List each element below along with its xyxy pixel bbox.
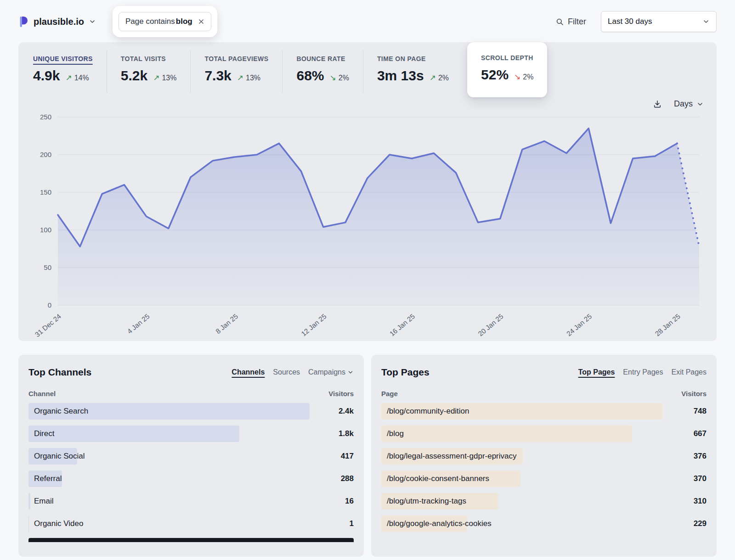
tab-sources[interactable]: Sources — [273, 368, 300, 376]
list-item[interactable]: Direct 1.8k — [28, 426, 354, 442]
svg-text:31 Dec 24: 31 Dec 24 — [34, 312, 62, 337]
metric-value: 68% — [296, 68, 324, 84]
metric-change-percent: 13% — [162, 74, 176, 82]
metric-change-percent: 14% — [74, 74, 89, 82]
metric-value: 5.2k — [121, 68, 147, 84]
svg-text:20 Jan 25: 20 Jan 25 — [476, 312, 504, 337]
trend-arrow-icon: ↗ — [237, 73, 243, 83]
partially-visible-row — [381, 538, 457, 542]
metric-change: ↗ 14% — [65, 73, 89, 83]
row-value: 667 — [694, 429, 707, 438]
main-graph-panel: UNIQUE VISITORS 4.9k ↗ 14% TOTAL VISITS … — [18, 42, 717, 341]
tab-channels[interactable]: Channels — [232, 368, 265, 376]
row-value: 288 — [341, 474, 354, 483]
row-label: /blog — [381, 429, 404, 438]
metric-label: BOUNCE RATE — [296, 55, 349, 62]
list-item[interactable]: Organic Social 417 — [28, 448, 354, 465]
row-value: 1.8k — [339, 429, 354, 438]
row-label: /blog/community-edition — [381, 407, 469, 416]
top-pages-panel: Top Pages Top PagesEntry PagesExit Pages… — [371, 355, 717, 557]
site-switcher[interactable]: plausible.io — [18, 16, 96, 28]
interval-select[interactable]: Days — [674, 99, 704, 109]
list-item[interactable]: /blog/cookie-consent-banners 370 — [381, 470, 707, 487]
metric-bounce-rate[interactable]: BOUNCE RATE 68% ↘ 2% — [282, 50, 362, 93]
bottom-panels: Top Channels ChannelsSourcesCampaigns Ch… — [18, 355, 717, 557]
partially-visible-row — [28, 538, 354, 542]
metric-unique-visitors[interactable]: UNIQUE VISITORS 4.9k ↗ 14% — [28, 50, 107, 93]
list-item[interactable]: /blog/google-analytics-cookies 229 — [381, 515, 707, 532]
row-value: 2.4k — [339, 407, 354, 416]
pages-tabs: Top PagesEntry PagesExit Pages — [578, 368, 707, 376]
metric-time-on-page[interactable]: TIME ON PAGE 3m 13s ↗ 2% — [363, 50, 463, 93]
row-label: /blog/utm-tracking-tags — [381, 497, 466, 506]
metric-change: ↗ 13% — [153, 73, 176, 83]
metric-change: ↗ 13% — [237, 73, 260, 83]
svg-text:250: 250 — [40, 113, 51, 121]
metric-value: 52% — [481, 67, 509, 83]
chart-controls: Days — [28, 99, 707, 109]
list-item[interactable]: Referral 288 — [28, 470, 354, 487]
remove-filter-icon[interactable] — [198, 18, 204, 25]
trend-arrow-icon: ↗ — [65, 73, 72, 83]
active-filter-pill[interactable]: Page containsblog — [119, 12, 211, 31]
list-item[interactable]: Organic Search 2.4k — [28, 403, 354, 420]
top-channels-panel: Top Channels ChannelsSourcesCampaigns Ch… — [18, 355, 364, 557]
pages-list: /blog/community-edition 748 /blog 667 /b… — [381, 403, 707, 532]
filter-pill-value: blog — [176, 17, 192, 26]
plausible-logo-icon — [18, 16, 29, 28]
filter-pill-text: Page containsblog — [125, 17, 192, 26]
list-item[interactable]: Email 16 — [28, 493, 354, 510]
tab-top-pages[interactable]: Top Pages — [578, 368, 615, 376]
pages-column-headers: Page Visitors — [381, 390, 707, 398]
list-item[interactable]: /blog 667 — [381, 426, 707, 442]
tab-exit-pages[interactable]: Exit Pages — [672, 368, 707, 376]
metric-total-visits[interactable]: TOTAL VISITS 5.2k ↗ 13% — [107, 50, 191, 93]
svg-text:0: 0 — [48, 301, 51, 309]
download-icon — [653, 100, 662, 109]
filter-button[interactable]: Filter — [555, 17, 586, 27]
row-label: Organic Video — [28, 519, 83, 528]
metric-label: SCROLL DEPTH — [481, 54, 533, 62]
metric-change: ↗ 2% — [430, 73, 449, 83]
tab-entry-pages[interactable]: Entry Pages — [623, 368, 663, 376]
date-range-select[interactable]: Last 30 days — [601, 11, 717, 32]
download-export-button[interactable] — [653, 100, 662, 109]
row-label: /blog/cookie-consent-banners — [381, 474, 489, 483]
metric-change-percent: 2% — [523, 73, 533, 81]
row-label: Direct — [28, 429, 54, 438]
svg-text:28 Jan 25: 28 Jan 25 — [653, 312, 681, 337]
visitors-line-chart[interactable]: 05010015020025031 Dec 244 Jan 258 Jan 25… — [28, 110, 707, 337]
chevron-down-icon — [89, 18, 96, 25]
visitors-column-header: Visitors — [681, 390, 707, 398]
chevron-down-icon — [347, 369, 354, 375]
row-label: /blog/legal-assessment-gdpr-eprivacy — [381, 452, 517, 461]
metric-label: TOTAL PAGEVIEWS — [204, 55, 268, 62]
tab-campaigns[interactable]: Campaigns — [308, 368, 354, 376]
svg-text:16 Jan 25: 16 Jan 25 — [388, 312, 416, 337]
list-item[interactable]: /blog/utm-tracking-tags 310 — [381, 493, 707, 510]
filter-pill-highlight: Page containsblog — [113, 6, 217, 37]
chevron-down-icon — [696, 101, 704, 108]
svg-text:200: 200 — [40, 151, 51, 158]
trend-arrow-icon: ↘ — [514, 72, 520, 82]
list-item[interactable]: /blog/community-edition 748 — [381, 403, 707, 420]
svg-text:24 Jan 25: 24 Jan 25 — [565, 312, 593, 337]
channel-column-header: Channel — [28, 390, 56, 398]
list-item[interactable]: /blog/legal-assessment-gdpr-eprivacy 376 — [381, 448, 707, 465]
metric-label: TOTAL VISITS — [121, 55, 177, 62]
metric-scroll-depth[interactable]: SCROLL DEPTH 52% ↘ 2% — [467, 42, 547, 97]
metric-value: 7.3k — [204, 68, 231, 84]
metric-total-pageviews[interactable]: TOTAL PAGEVIEWS 7.3k ↗ 13% — [190, 50, 282, 93]
metric-value: 4.9k — [33, 68, 60, 84]
metric-change: ↘ 2% — [330, 73, 349, 83]
row-label: Organic Social — [28, 452, 85, 461]
svg-text:12 Jan 25: 12 Jan 25 — [300, 312, 328, 337]
list-item[interactable]: Organic Video 1 — [28, 515, 354, 532]
row-value: 1 — [350, 519, 354, 528]
svg-text:8 Jan 25: 8 Jan 25 — [214, 312, 239, 335]
trend-arrow-icon: ↗ — [153, 73, 159, 83]
svg-text:4 Jan 25: 4 Jan 25 — [125, 312, 151, 335]
metric-label: UNIQUE VISITORS — [33, 55, 93, 62]
row-value: 748 — [694, 407, 707, 416]
interval-label: Days — [674, 99, 693, 109]
